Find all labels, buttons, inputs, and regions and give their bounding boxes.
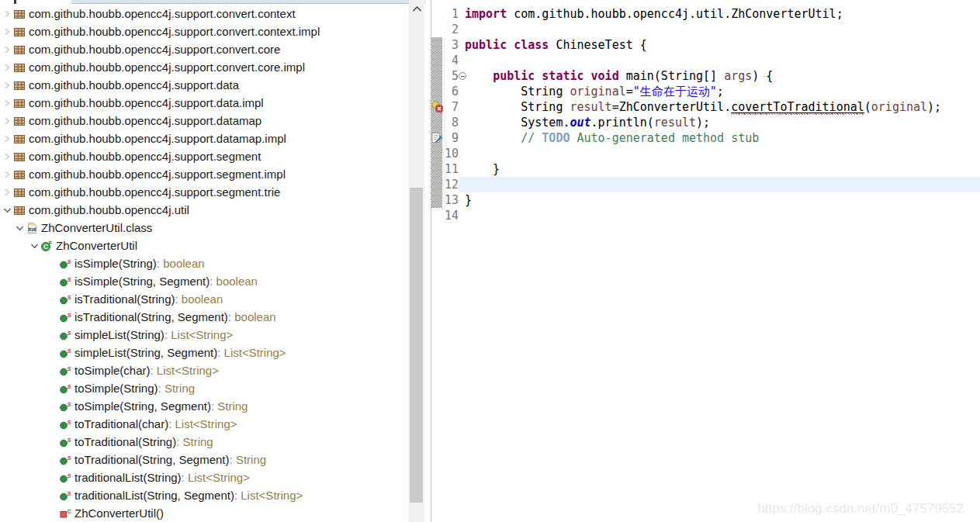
chevron-right-icon[interactable]: [2, 26, 13, 37]
tree-item[interactable]: CFZhConverterUtil: [0, 237, 409, 254]
fold-minus-icon[interactable]: [459, 72, 466, 80]
editor-line[interactable]: 11 }: [431, 161, 980, 177]
gutter: [431, 6, 442, 22]
code-text[interactable]: public static void main(String[] args) {: [465, 68, 773, 84]
tree-item[interactable]: com.github.houbb.opencc4j.support.conver…: [0, 5, 409, 22]
chevron-right-icon[interactable]: [2, 9, 13, 19]
tree-item[interactable]: StraditionalList(String, Segment) : List…: [0, 486, 409, 504]
line-number: 2: [442, 22, 459, 37]
editor-line[interactable]: 14: [431, 208, 980, 223]
editor-line[interactable]: 5 public static void main(String[] args)…: [431, 68, 980, 84]
chevron-right-icon[interactable]: [2, 169, 13, 180]
line-body[interactable]: String original="生命在于运动";: [459, 84, 980, 99]
tree-item[interactable]: com.github.houbb.opencc4j.support.data.i…: [0, 94, 409, 112]
tree-item[interactable]: SisSimple(String) : boolean: [0, 254, 409, 272]
tree-item[interactable]: com.github.houbb.opencc4j.support.segmen…: [0, 183, 409, 201]
code-variable: result: [570, 100, 611, 114]
tree-item[interactable]: com.github.houbb.opencc4j.support.conver…: [0, 58, 409, 76]
tree-item[interactable]: StoTraditional(String) : String: [0, 433, 409, 451]
line-body[interactable]: [459, 208, 980, 223]
package-icon: [13, 8, 26, 20]
tree-item[interactable]: CZhConverterUtil(): [0, 504, 409, 522]
code-lines[interactable]: 1import com.github.houbb.opencc4j.util.Z…: [431, 6, 980, 223]
tree-item[interactable]: SsimpleList(String) : List<String>: [0, 326, 409, 344]
code-text[interactable]: public class ChineseTest {: [465, 37, 647, 53]
scroll-up-icon[interactable]: [410, 3, 423, 14]
code-text[interactable]: }: [465, 192, 472, 208]
svg-text:C: C: [43, 243, 48, 251]
tree-item[interactable]: StoTraditional(String, Segment) : String: [0, 451, 409, 468]
code-text[interactable]: }: [465, 161, 500, 177]
editor-line[interactable]: 2: [431, 22, 980, 37]
line-body[interactable]: [459, 146, 980, 161]
tree-item[interactable]: StoSimple(String, Segment) : String: [0, 397, 409, 415]
line-body[interactable]: System.out.println(result);: [459, 115, 980, 130]
line-body[interactable]: }: [459, 192, 980, 208]
chevron-right-icon[interactable]: [2, 116, 13, 126]
code-text[interactable]: // TODO Auto-generated method stub: [465, 130, 759, 146]
editor-line[interactable]: 13}: [431, 192, 980, 208]
editor-line[interactable]: 4: [431, 53, 980, 68]
tree-scrollbar-thumb[interactable]: [410, 188, 423, 503]
line-body[interactable]: public static void main(String[] args) {: [459, 68, 980, 84]
chevron-right-icon[interactable]: [2, 98, 13, 109]
chevron-down-icon[interactable]: [14, 223, 26, 233]
line-number: 8: [442, 115, 459, 130]
tree-item[interactable]: com.github.houbb.opencc4j.util: [0, 201, 409, 219]
chevron-right-icon[interactable]: [2, 187, 13, 198]
error-icon[interactable]: [431, 101, 443, 112]
current-line-highlight[interactable]: [459, 177, 980, 192]
tree-item[interactable]: com.github.houbb.opencc4j.support.conver…: [0, 40, 409, 58]
tree-item-return-type: : boolean: [210, 275, 258, 288]
line-body[interactable]: public class ChineseTest {: [459, 37, 980, 53]
tree-item[interactable]: StoTraditional(char) : List<String>: [0, 415, 409, 433]
tree-item[interactable]: StraditionalList(String) : List<String>: [0, 468, 409, 486]
tree-item[interactable]: com.github.houbb.opencc4j.support.data: [0, 76, 409, 94]
tree-item[interactable]: com.github.houbb.opencc4j.support.segmen…: [0, 147, 409, 165]
tree-item[interactable]: 010ZhConverterUtil.class: [0, 219, 409, 237]
tree-item[interactable]: SsimpleList(String, Segment) : List<Stri…: [0, 344, 409, 361]
editor-line[interactable]: 9 // TODO Auto-generated method stub: [431, 130, 980, 146]
line-body[interactable]: }: [459, 161, 980, 177]
chevron-down-icon[interactable]: [2, 205, 13, 216]
tree-item[interactable]: StoSimple(String) : String: [0, 379, 409, 397]
code-text[interactable]: import com.github.houbb.opencc4j.util.Zh…: [465, 6, 843, 22]
editor-line[interactable]: 6 String original="生命在于运动";: [431, 84, 980, 99]
code-text[interactable]: String original="生命在于运动";: [465, 84, 724, 99]
line-body[interactable]: [459, 22, 980, 37]
line-body[interactable]: import com.github.houbb.opencc4j.util.Zh…: [459, 6, 980, 22]
editor-line[interactable]: 3public class ChineseTest {: [431, 37, 980, 53]
editor-line[interactable]: 7 String result=ZhConverterUtil.covertTo…: [431, 99, 980, 115]
chevron-right-icon[interactable]: [2, 44, 13, 55]
fold-collapse-icon[interactable]: [459, 68, 465, 84]
editor-line[interactable]: 8 System.out.println(result);: [431, 115, 980, 130]
editor-line[interactable]: 12: [431, 177, 980, 192]
chevron-right-icon[interactable]: [2, 151, 13, 162]
task-icon[interactable]: [431, 132, 443, 143]
tree-item[interactable]: com.github.houbb.opencc4j.support.datama…: [0, 130, 409, 147]
method-static-icon: S: [59, 347, 71, 359]
line-body[interactable]: // TODO Auto-generated method stub: [459, 130, 980, 146]
tree-item-return-type: : String: [211, 399, 248, 413]
tree-scrollbar[interactable]: [409, 0, 424, 522]
tree-item[interactable]: SisTraditional(String, Segment) : boolea…: [0, 308, 409, 326]
code-text[interactable]: String result=ZhConverterUtil.covertToTr…: [465, 99, 941, 115]
chevron-down-icon[interactable]: [29, 240, 40, 251]
editor-line[interactable]: 1import com.github.houbb.opencc4j.util.Z…: [431, 6, 980, 22]
editor-line[interactable]: 10: [431, 146, 980, 161]
java-editor[interactable]: 1import com.github.houbb.opencc4j.util.Z…: [431, 0, 980, 522]
tree-item[interactable]: com.github.houbb.opencc4j.support.conver…: [0, 22, 409, 40]
tree-item[interactable]: SisSimple(String, Segment) : boolean: [0, 272, 409, 290]
tree-item[interactable]: StoSimple(char) : List<String>: [0, 361, 409, 379]
code-text[interactable]: System.out.println(result);: [465, 115, 710, 130]
gutter: [431, 208, 442, 223]
tree-item[interactable]: SisTraditional(String) : boolean: [0, 290, 409, 308]
tree-item[interactable]: com.github.houbb.opencc4j.support.segmen…: [0, 165, 409, 183]
chevron-right-icon[interactable]: [2, 80, 13, 91]
chevron-right-icon[interactable]: [2, 133, 13, 144]
tree-item[interactable]: com.github.houbb.opencc4j.support.datama…: [0, 112, 409, 130]
package-explorer-tree: com.github.houbb.opencc4j.support.conver…: [0, 5, 409, 522]
line-body[interactable]: String result=ZhConverterUtil.covertToTr…: [459, 99, 980, 115]
line-body[interactable]: [459, 53, 980, 68]
chevron-right-icon[interactable]: [2, 62, 13, 73]
